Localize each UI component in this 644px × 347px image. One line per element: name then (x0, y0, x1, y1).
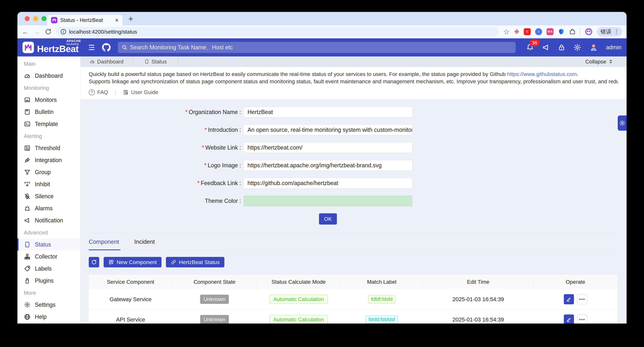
feedback-link-input[interactable]: https://github.com/apache/hertzbeat (244, 178, 412, 189)
announcement-icon[interactable] (542, 44, 550, 51)
browser-menu[interactable]: 错误 ⋮ (597, 27, 622, 37)
menu-fold-icon[interactable] (88, 44, 96, 51)
introduction-input[interactable]: An open source, real-time monitoring sys… (244, 125, 412, 135)
alarms-icon (24, 205, 31, 212)
sidebar-section-alerting: Alerting (18, 130, 80, 142)
tab-title: Status - HertzBeat (60, 17, 112, 23)
service-name: Gateway Service (89, 296, 172, 302)
edit-button[interactable] (564, 294, 574, 304)
back-icon[interactable]: ← (22, 28, 29, 35)
gear-icon[interactable] (573, 44, 581, 51)
service-name: API Service (89, 316, 172, 323)
profile-avatar[interactable] (585, 28, 592, 35)
silence-icon (24, 193, 31, 200)
sidebar-item-template[interactable]: Template (18, 118, 80, 130)
component-table: Service Component Component State Status… (89, 275, 618, 323)
browser-tab[interactable]: Status - HertzBeat × (47, 15, 122, 25)
address-bar[interactable]: localhost:4200/setting/status (56, 27, 499, 36)
apache-incubating-label: APACHE incubating (66, 39, 81, 46)
organization-name-input[interactable]: HertzBeat (244, 107, 412, 118)
username-label[interactable]: admin (606, 44, 622, 51)
table-row: API Service Unknown Automatic Calculatio… (89, 309, 618, 323)
sidebar-item-status[interactable]: Status (18, 238, 80, 251)
sidebar-item-inhibit[interactable]: Inhibit (18, 178, 80, 190)
notifications-bell[interactable]: 36 (526, 43, 534, 52)
collapse-toggle[interactable]: Collapse (585, 57, 613, 67)
shield-extension-icon[interactable] (558, 28, 564, 35)
maximize-window-button[interactable] (42, 16, 46, 21)
form-row: *Organization Name : HertzBeat (80, 107, 626, 118)
sidebar-item-group[interactable]: Group (18, 166, 80, 178)
new-component-button[interactable]: New Component (104, 257, 162, 267)
calc-mode-badge: Automatic Calculation (270, 295, 328, 304)
sidebar-item-plugins[interactable]: Plugins (18, 275, 80, 287)
user-avatar[interactable] (589, 43, 598, 52)
error-badge: 错误 (600, 28, 611, 35)
required-mark: * (202, 144, 204, 151)
labels-icon (24, 265, 31, 272)
lock-icon[interactable] (558, 44, 566, 51)
active-tab-indicator (89, 249, 120, 250)
extensions-puzzle-icon[interactable] (569, 28, 576, 35)
site-info-icon[interactable] (60, 29, 66, 35)
route-tab-status[interactable]: Status (133, 57, 178, 67)
url-text[interactable]: localhost:4200/setting/status (69, 29, 137, 35)
extension-confetti-icon[interactable]: ❉ (514, 29, 519, 35)
minimize-window-button[interactable] (33, 16, 38, 21)
kebab-menu-icon[interactable]: ⋮ (614, 28, 619, 35)
extension-assistant-icon[interactable]: i (535, 28, 542, 35)
sidebar-item-settings[interactable]: Settings (18, 299, 80, 311)
sidebar-item-threshold[interactable]: Threshold (18, 142, 80, 154)
refresh-button[interactable] (89, 257, 99, 267)
sidebar-item-silence[interactable]: Silence (18, 190, 80, 202)
github-icon[interactable] (102, 43, 110, 52)
tab-incident[interactable]: Incident (134, 238, 155, 245)
extension-c-icon[interactable]: C (524, 28, 531, 35)
translate-extension-icon[interactable]: 中A (546, 28, 554, 35)
edit-time: 2025-01-03 16:54:39 (423, 316, 534, 323)
sidebar-item-alarms[interactable]: Alarms (18, 202, 80, 214)
logo-image-input[interactable]: https://hertzbeat.apache.org/img/hertzbe… (244, 160, 412, 171)
collapse-icon (608, 59, 613, 64)
website-link-input[interactable]: https://hertzbeat.com/ (244, 142, 412, 153)
bookmark-star-icon[interactable]: ☆ (503, 28, 510, 35)
sidebar-item-labels[interactable]: Labels (18, 263, 80, 275)
link-icon (171, 259, 176, 265)
new-component-icon (108, 259, 114, 265)
dashboard-tab-icon (90, 59, 95, 64)
required-mark: * (185, 109, 188, 115)
close-window-button[interactable] (25, 16, 30, 21)
sidebar-item-integration[interactable]: Integration (18, 154, 80, 166)
sidebar-item-collector[interactable]: Collector (18, 251, 80, 263)
global-search[interactable] (118, 42, 516, 53)
search-input[interactable] (130, 44, 512, 51)
tab-component[interactable]: Component (89, 238, 119, 245)
route-tab-dashboard[interactable]: Dashboard (80, 57, 133, 67)
sidebar-item-dashboard[interactable]: Dashboard (18, 70, 80, 82)
search-icon (122, 45, 128, 50)
hertzbeat-status-button[interactable]: HertzBeat Status (166, 257, 224, 267)
sidebar-item-notification[interactable]: Notification (18, 214, 80, 226)
sidebar-item-help[interactable]: Help (18, 311, 80, 323)
sidebar: Main Dashboard Monitoring Monitors Bulle… (18, 57, 80, 323)
edit-button[interactable] (564, 314, 574, 323)
githubstatus-link[interactable]: https://www.githubstatus.com (507, 71, 577, 77)
sidebar-item-monitors[interactable]: Monitors (18, 94, 80, 106)
forward-icon[interactable]: → (33, 28, 40, 35)
more-actions-button[interactable]: ••• (577, 294, 587, 304)
ok-button[interactable]: OK (319, 213, 337, 225)
float-settings-button[interactable] (618, 115, 626, 131)
theme-color-input[interactable] (244, 196, 412, 206)
user-guide-link[interactable]: User Guide (131, 89, 158, 95)
reload-icon[interactable] (45, 28, 52, 35)
tab-close-icon[interactable]: × (115, 17, 119, 23)
route-tabs: Dashboard Status Collapse (80, 57, 626, 67)
inhibit-icon (24, 181, 31, 188)
window-controls[interactable] (25, 16, 46, 21)
new-tab-button[interactable]: + (128, 14, 133, 24)
more-actions-button[interactable]: ••• (577, 314, 587, 323)
refresh-icon (91, 259, 97, 265)
faq-link[interactable]: FAQ (97, 89, 108, 95)
sidebar-item-bulletin[interactable]: Bulletin (18, 106, 80, 118)
hertzbeat-logo[interactable] (22, 42, 34, 53)
